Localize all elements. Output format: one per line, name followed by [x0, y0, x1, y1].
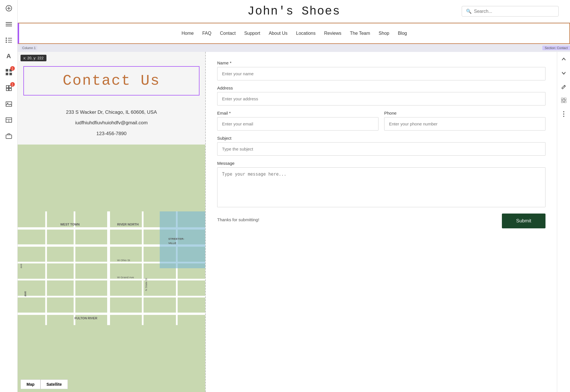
subject-input[interactable]	[217, 142, 545, 156]
tooltip: x: 20, y: 222	[21, 55, 46, 61]
nav-item-blog[interactable]: Blog	[398, 31, 407, 36]
subject-label: Subject	[217, 136, 545, 141]
svg-rect-12	[6, 69, 8, 72]
message-field-group: Message	[217, 161, 545, 208]
satellite-button[interactable]: Satellite	[40, 379, 68, 389]
nav-item-team[interactable]: The Team	[350, 31, 370, 36]
header: John's Shoes 🔍	[18, 0, 570, 23]
address-field-group: Address	[217, 86, 545, 105]
svg-rect-52	[561, 101, 563, 103]
map-area: ave WEST TOWN RIVER NORTH STREETER- VILL…	[18, 145, 205, 392]
svg-rect-15	[9, 73, 12, 75]
svg-rect-6	[6, 38, 7, 39]
arrow-down-icon[interactable]	[559, 68, 568, 78]
nav-item-faq[interactable]: FAQ	[202, 31, 211, 36]
svg-rect-25	[6, 135, 12, 139]
plus-icon[interactable]	[4, 3, 14, 13]
phone-label: Phone	[384, 111, 545, 115]
badge-1: 1	[10, 66, 15, 71]
svg-rect-50	[561, 98, 563, 100]
list-icon[interactable]	[4, 35, 14, 45]
search-input[interactable]	[474, 9, 554, 14]
svg-rect-8	[6, 40, 7, 41]
phone-field-group: Phone	[384, 111, 545, 131]
nav-item-support[interactable]: Support	[244, 31, 260, 36]
content-area: x: 20, y: 222 Contact Us 233 S Wacker Dr…	[18, 52, 570, 392]
menu-icon[interactable]	[4, 19, 14, 29]
svg-text:ave: ave	[19, 264, 23, 269]
svg-rect-18	[6, 88, 9, 91]
name-input[interactable]	[217, 67, 545, 80]
svg-text:FULTON RIVER: FULTON RIVER	[74, 317, 97, 320]
site-title: John's Shoes	[247, 5, 340, 18]
grid-rt-icon[interactable]	[559, 96, 568, 105]
type-icon[interactable]: A	[4, 51, 14, 61]
nav-item-locations[interactable]: Locations	[296, 31, 316, 36]
contact-info: 233 S Wacker Dr, Chicago, IL 60606, USA …	[18, 101, 205, 145]
map-controls: Map Satellite	[21, 379, 68, 389]
email-phone-row: Email * Phone	[217, 111, 545, 136]
nav-bar-wrapper: Home FAQ Contact Support About Us Locati…	[18, 23, 570, 44]
svg-text:VILLE: VILLE	[168, 241, 176, 245]
svg-text:W Ohio St: W Ohio St	[117, 259, 130, 262]
svg-text:WEST TOWN: WEST TOWN	[60, 223, 80, 226]
address-input[interactable]	[217, 92, 545, 105]
contact-address: 233 S Wacker Dr, Chicago, IL 60606, USA	[29, 107, 194, 117]
edit-icon[interactable]	[559, 82, 568, 91]
right-panel: Name * Address Email * Phone Subject	[206, 52, 557, 392]
subject-field-group: Subject	[217, 136, 545, 156]
map-button[interactable]: Map	[21, 379, 40, 389]
message-input[interactable]	[217, 167, 545, 207]
search-bar[interactable]: 🔍	[462, 6, 559, 17]
email-label: Email *	[217, 111, 378, 115]
svg-point-55	[563, 113, 564, 115]
address-label: Address	[217, 86, 545, 90]
briefcase-icon[interactable]	[4, 131, 14, 141]
email-field-group: Email *	[217, 111, 378, 131]
nav-item-about[interactable]: About Us	[269, 31, 288, 36]
table-icon[interactable]	[4, 115, 14, 125]
right-toolbar	[557, 52, 570, 392]
svg-text:STREETER-: STREETER-	[168, 237, 184, 240]
image-icon[interactable]	[4, 99, 14, 109]
contact-heading-box: Contact Us	[23, 66, 199, 96]
search-icon: 🔍	[466, 9, 472, 14]
contact-heading: Contact Us	[30, 72, 193, 89]
section-label-bar: Column 1 Section: Contact	[18, 44, 570, 52]
thanks-text: Thanks for submitting!	[217, 217, 259, 222]
left-panel: x: 20, y: 222 Contact Us 233 S Wacker Dr…	[18, 52, 206, 392]
name-label: Name *	[217, 60, 545, 65]
svg-rect-51	[564, 98, 566, 100]
svg-rect-20	[6, 102, 12, 106]
nav-item-home[interactable]: Home	[182, 31, 194, 36]
message-label: Message	[217, 161, 545, 166]
nav-item-shop[interactable]: Shop	[379, 31, 389, 36]
svg-text:ave: ave	[23, 291, 27, 296]
puzzle-icon[interactable]: 1	[4, 83, 14, 93]
svg-text:W Grand Ave: W Grand Ave	[117, 276, 134, 279]
name-field-group: Name *	[217, 60, 545, 80]
arrow-up-icon[interactable]	[559, 55, 568, 64]
main-content: John's Shoes 🔍 Home FAQ Contact Support …	[18, 0, 570, 392]
badge-2: 1	[10, 82, 15, 87]
nav-item-contact[interactable]: Contact	[220, 31, 236, 36]
svg-point-54	[563, 111, 564, 112]
phone-input[interactable]	[384, 117, 545, 131]
nav-item-reviews[interactable]: Reviews	[324, 31, 341, 36]
left-sidebar: A 1 1	[0, 0, 18, 392]
contact-phone: 123-456-7890	[29, 128, 194, 139]
email-input[interactable]	[217, 117, 378, 131]
column-label: Column 1	[21, 46, 37, 50]
svg-rect-14	[6, 73, 8, 75]
more-icon[interactable]	[559, 109, 568, 119]
svg-rect-53	[564, 101, 566, 103]
submit-button[interactable]: Submit	[502, 214, 545, 228]
nav-bar: Home FAQ Contact Support About Us Locati…	[19, 23, 569, 43]
svg-rect-10	[6, 42, 7, 43]
svg-rect-19	[9, 88, 11, 91]
svg-point-56	[563, 116, 564, 117]
svg-text:RIVER NORTH: RIVER NORTH	[117, 223, 139, 226]
svg-text:N State St: N State St	[144, 278, 148, 291]
section-label: Section: Contact	[542, 46, 570, 50]
grid-icon[interactable]: 1	[4, 67, 14, 77]
